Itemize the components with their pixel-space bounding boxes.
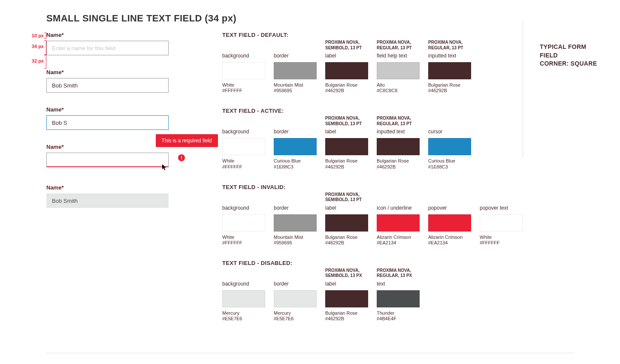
swatch-col: backgroundWhite#FFFFFF <box>222 192 265 245</box>
examples-column: Name* Name* Name* This is a required fie… <box>46 32 188 336</box>
meas-label-height: 10 px <box>32 33 44 38</box>
spec-title: TEXT FIELD - DISABLED: <box>222 260 523 266</box>
error-icon: ! <box>178 154 185 161</box>
swatch-hex: #EA2134 <box>428 240 471 245</box>
swatch-name: Bulgarian Rose <box>325 234 368 240</box>
swatch-hex: #46292B <box>325 88 368 93</box>
meas-field-height: 34 px <box>32 44 44 49</box>
swatch-name: Thunder <box>377 310 420 316</box>
swatch-name: Bulgarian Rose <box>325 158 368 164</box>
swatch-col: PROXIMA NOVA, REGULAR, 13 PTinputted tex… <box>428 40 471 93</box>
swatch-col: PROXIMA NOVA, SEMIBOLD, 13 PTlabelBulgar… <box>325 116 368 169</box>
swatch-hex: #EA2134 <box>377 240 420 245</box>
cursor-icon <box>162 164 167 171</box>
swatch-hex: #FFFFFF <box>222 240 265 245</box>
field-input-active[interactable] <box>46 115 169 130</box>
swatch-head: inputted text <box>377 129 420 135</box>
note-line2: CORNER: SQUARE <box>540 60 600 68</box>
swatch-col: cursorCurious Blue#1E88C3 <box>428 116 471 169</box>
swatch-col: borderMountain Mist#959695 <box>274 40 317 93</box>
swatch-col: popoverAlizarin Crimson#EA2134 <box>428 192 471 245</box>
swatch-hex: #1E88C3 <box>428 164 471 169</box>
spec-default: TEXT FIELD - DEFAULT: backgroundWhite#FF… <box>222 32 523 93</box>
swatch-hex: #E5E7E6 <box>222 316 265 321</box>
swatch-col: borderMountain Mist#959695 <box>274 192 317 245</box>
swatch-hex: #959695 <box>274 88 317 93</box>
swatch-head: border <box>274 281 317 288</box>
swatch-font: PROXIMA NOVA, REGULAR, 13 PX <box>377 268 420 279</box>
color-swatch <box>222 62 265 79</box>
color-swatch <box>377 214 420 232</box>
color-swatch <box>274 290 317 307</box>
note-line1: TYPICAL FORM FIELD <box>540 43 600 60</box>
example-invalid: This is a required field Name* ! <box>46 144 188 167</box>
swatch-head: background <box>222 205 265 212</box>
meas-gap-height: 32 px <box>32 58 44 63</box>
swatch-head: inputted text <box>428 53 471 60</box>
swatch-col: backgroundWhite#FFFFFF <box>222 116 265 169</box>
spec-disabled: TEXT FIELD - DISABLED: backgroundMercury… <box>222 260 523 321</box>
swatch-font: PROXIMA NOVA, REGULAR, 13 PT <box>428 40 471 51</box>
color-swatch <box>377 62 420 79</box>
swatch-head: border <box>274 129 317 135</box>
swatch-font <box>222 192 265 203</box>
swatch-head: label <box>325 205 368 212</box>
swatch-head: popover <box>428 205 471 212</box>
swatch-name: Bulgarian Rose <box>377 158 420 164</box>
swatch-head: background <box>222 129 265 135</box>
color-swatch <box>325 138 368 155</box>
color-swatch <box>222 290 265 307</box>
spec-active: TEXT FIELD - ACTIVE: backgroundWhite#FFF… <box>222 108 523 169</box>
swatch-head: border <box>274 53 317 60</box>
spec-title: TEXT FIELD - DEFAULT: <box>222 32 523 38</box>
field-label: Name* <box>46 106 188 113</box>
swatch-col: borderMercury#E5E7E6 <box>274 268 317 321</box>
color-swatch <box>325 214 368 232</box>
page-title: SMALL SINGLE LINE TEXT FIELD (34 px) <box>46 13 574 24</box>
swatch-font: PROXIMA NOVA, SEMIBOLD, 13 PT <box>325 192 368 203</box>
swatch-col: icon / underlineAlizarin Crimson#EA2134 <box>377 192 420 245</box>
swatch-name: Curious Blue <box>428 158 471 164</box>
swatch-font: PROXIMA NOVA, SEMIBOLD, 13 PX <box>325 268 368 279</box>
swatch-head: field help text <box>377 53 420 60</box>
swatch-hex: #C8C8C8 <box>377 88 420 93</box>
swatch-name: Alto <box>377 82 420 88</box>
swatch-hex: #959695 <box>274 240 317 245</box>
swatch-font: PROXIMA NOVA, REGULAR, 13 PT <box>377 116 420 127</box>
specs-column: TEXT FIELD - DEFAULT: backgroundWhite#FF… <box>222 32 523 336</box>
color-swatch <box>274 214 317 232</box>
swatch-hex: #46292B <box>325 316 368 321</box>
field-label: Name* <box>46 32 188 38</box>
spec-invalid: TEXT FIELD - INVALID: backgroundWhite#FF… <box>222 184 523 245</box>
swatch-name: Bulgarian Rose <box>428 82 471 88</box>
swatch-font: PROXIMA NOVA, REGULAR, 13 PT <box>377 40 420 51</box>
error-popover: This is a required field <box>156 134 218 147</box>
field-input-disabled <box>46 193 169 208</box>
example-default: Name* <box>46 32 188 55</box>
swatch-font: PROXIMA NOVA, SEMIBOLD, 13 PT <box>325 116 368 127</box>
field-input-default[interactable] <box>46 41 169 55</box>
swatch-name: Alizarin Crimson <box>377 234 420 240</box>
swatch-name: Mercury <box>274 310 317 316</box>
swatch-head: text <box>377 281 420 288</box>
swatch-name: White <box>222 158 265 164</box>
color-swatch <box>222 214 265 232</box>
color-swatch <box>480 214 523 232</box>
swatch-name: Bulgarian Rose <box>325 310 368 316</box>
color-swatch <box>428 138 471 155</box>
color-swatch <box>377 290 420 307</box>
page-rule <box>46 353 574 353</box>
swatch-font <box>428 116 471 127</box>
field-input-invalid[interactable] <box>46 153 169 167</box>
field-input-filled[interactable] <box>46 78 169 93</box>
swatch-head: border <box>274 205 317 212</box>
swatch-font <box>222 268 265 279</box>
swatch-font <box>274 268 317 279</box>
color-swatch <box>428 62 471 79</box>
color-swatch <box>377 138 420 155</box>
swatch-head: popover text <box>480 205 523 212</box>
swatch-hex: #4B4E4F <box>377 316 420 321</box>
swatch-col: PROXIMA NOVA, REGULAR, 13 PTfield help t… <box>377 40 420 93</box>
swatch-col: PROXIMA NOVA, SEMIBOLD, 13 PTlabelBulgar… <box>325 40 368 93</box>
swatch-font <box>480 192 523 203</box>
